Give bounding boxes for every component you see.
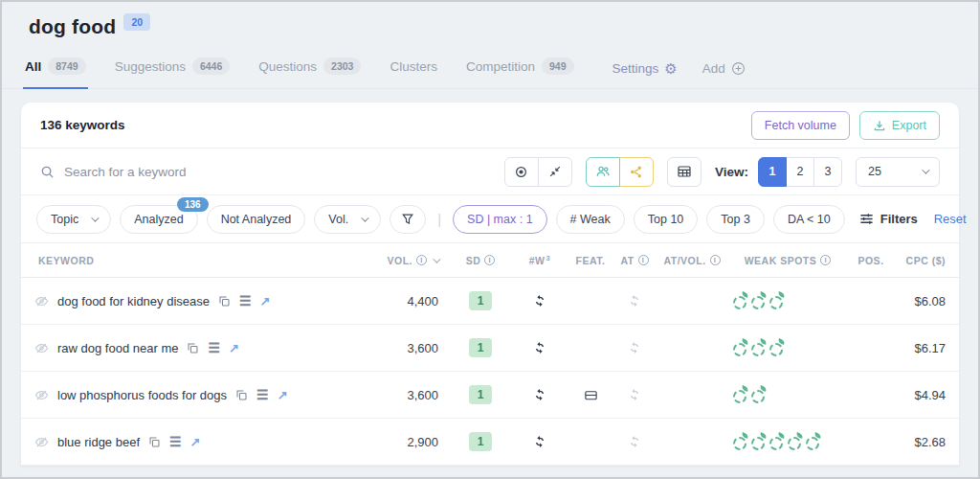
chevron-down-icon — [922, 166, 929, 173]
reset-link[interactable]: Reset — [934, 212, 967, 226]
hide-keyword-icon[interactable] — [34, 341, 49, 355]
column-header-vol[interactable]: VOL.i — [383, 255, 452, 266]
view-option-3[interactable]: 3 — [813, 157, 842, 187]
refresh-icon[interactable] — [628, 294, 641, 308]
sd-cell: 1 — [452, 338, 509, 357]
team-button[interactable] — [586, 157, 620, 187]
sd-max-label: SD | max : 1 — [467, 213, 533, 226]
tab-competition[interactable]: Competition949 — [464, 57, 576, 89]
export-button[interactable]: Export — [859, 111, 940, 140]
quick-filters: # WeakTop 10Top 3DA < 10 — [556, 205, 845, 234]
analyzed-label: Analyzed — [134, 213, 183, 226]
refresh-icon[interactable] — [533, 341, 546, 354]
serp-list-icon[interactable]: ☰ — [208, 341, 220, 354]
tab-add[interactable]: Add — [702, 61, 746, 88]
tab-count-badge: 8749 — [48, 57, 85, 75]
tab-questions[interactable]: Questions2303 — [256, 57, 363, 89]
share-icon — [629, 165, 643, 179]
tab-all[interactable]: All8749 — [23, 57, 88, 89]
tab-extra: Settings ⚙ Add — [612, 61, 746, 88]
page-size-select[interactable]: 25 — [856, 157, 940, 187]
view-option-1[interactable]: 1 — [758, 157, 787, 187]
refresh-icon[interactable] — [533, 294, 546, 308]
topic-filter[interactable]: Topic — [36, 205, 111, 234]
copy-icon[interactable] — [148, 436, 161, 448]
serp-list-icon[interactable]: ☰ — [239, 294, 252, 308]
external-link-icon[interactable]: ↗ — [278, 389, 288, 401]
location-button[interactable] — [504, 157, 539, 187]
fetch-volume-label: Fetch volume — [765, 119, 836, 132]
info-icon: i — [484, 255, 495, 265]
cpc-cell: $4.94 — [892, 388, 959, 402]
download-icon — [873, 119, 886, 132]
weak-count-cell — [509, 435, 570, 448]
table-view-button[interactable] — [667, 157, 702, 187]
share-button[interactable] — [619, 157, 654, 187]
table-row: raw dog food near me☰↗3,6001$6.17 — [21, 325, 959, 372]
tab-count-badge: 949 — [542, 57, 574, 75]
view-switcher: View: 123 — [715, 157, 842, 187]
refresh-icon[interactable] — [533, 388, 546, 401]
funnel-filter[interactable] — [390, 205, 426, 234]
copy-icon[interactable] — [187, 342, 199, 354]
refresh-icon[interactable] — [628, 341, 641, 354]
column-header-weak-spots: WEAK SPOTSi — [725, 255, 850, 266]
info-icon: i — [710, 255, 721, 265]
hide-keyword-icon[interactable] — [34, 294, 49, 308]
fetch-volume-button[interactable]: Fetch volume — [751, 111, 850, 140]
not-analyzed-filter[interactable]: Not Analyzed — [207, 205, 306, 234]
sd-cell: 1 — [452, 432, 509, 451]
title-count-badge: 20 — [123, 13, 150, 31]
sd-max-filter[interactable]: SD | max : 1 — [453, 205, 547, 234]
external-link-icon[interactable]: ↗ — [229, 342, 239, 354]
copy-icon[interactable] — [235, 389, 248, 401]
tab-count-badge: 6446 — [192, 57, 230, 75]
search-box — [40, 165, 504, 179]
quick-filter-top-10[interactable]: Top 10 — [634, 205, 699, 234]
serp-list-icon[interactable]: ☰ — [169, 435, 182, 448]
volume-label: Vol. — [328, 213, 348, 226]
allintitle-cell — [611, 294, 658, 308]
weak-count-cell — [509, 294, 570, 308]
collapse-button[interactable] — [538, 157, 572, 187]
tab-clusters[interactable]: Clusters — [388, 57, 439, 89]
weak-spot-fruit-icon — [751, 390, 765, 403]
copy-icon[interactable] — [218, 295, 231, 308]
sd-badge: 1 — [469, 385, 492, 404]
serp-list-icon[interactable]: ☰ — [256, 388, 269, 401]
table-row: blue ridge beef☰↗2,9001$2.68 — [21, 419, 959, 466]
settings-label: Settings — [612, 61, 659, 76]
table-row: low phosphorus foods for dogs☰↗3,6001$4.… — [21, 372, 959, 419]
analyzed-count-badge: 136 — [177, 197, 209, 212]
quick-filter-top-3[interactable]: Top 3 — [706, 205, 765, 234]
chevron-down-icon — [361, 214, 368, 221]
quick-filter-da-10[interactable]: DA < 10 — [773, 205, 845, 234]
tab-suggestions[interactable]: Suggestions6446 — [113, 57, 233, 89]
refresh-icon[interactable] — [533, 435, 546, 448]
keywords-count: 136 keywords — [40, 118, 125, 132]
tab-settings[interactable]: Settings ⚙ — [612, 61, 678, 88]
allintitle-cell — [611, 388, 658, 401]
keyword-cell: dog food for kidney disease☰↗ — [21, 294, 383, 308]
search-input[interactable] — [64, 165, 351, 179]
column-header-sd: SDi — [452, 255, 509, 266]
keyword-cell: raw dog food near me☰↗ — [21, 341, 383, 355]
sd-cell: 1 — [452, 291, 509, 310]
external-link-icon[interactable]: ↗ — [190, 436, 201, 448]
cpc-cell: $6.17 — [892, 341, 959, 355]
cpc-cell: $2.68 — [892, 435, 959, 449]
refresh-icon[interactable] — [628, 435, 641, 448]
hide-keyword-icon[interactable] — [34, 388, 49, 402]
analyzed-filter[interactable]: Analyzed 136 — [120, 205, 197, 234]
refresh-icon[interactable] — [628, 388, 641, 401]
keyword-text: raw dog food near me — [57, 341, 178, 355]
quick-filter-weak[interactable]: # Weak — [556, 205, 625, 234]
add-label: Add — [702, 61, 725, 76]
filters-toggle[interactable]: Filters — [859, 212, 918, 226]
weak-spot-fruit-icon — [733, 437, 746, 450]
hide-keyword-icon[interactable] — [34, 435, 49, 449]
external-link-icon[interactable]: ↗ — [260, 295, 271, 308]
view-option-2[interactable]: 2 — [786, 157, 814, 187]
weak-spots-cell — [725, 386, 850, 403]
volume-filter[interactable]: Vol. — [314, 205, 381, 234]
